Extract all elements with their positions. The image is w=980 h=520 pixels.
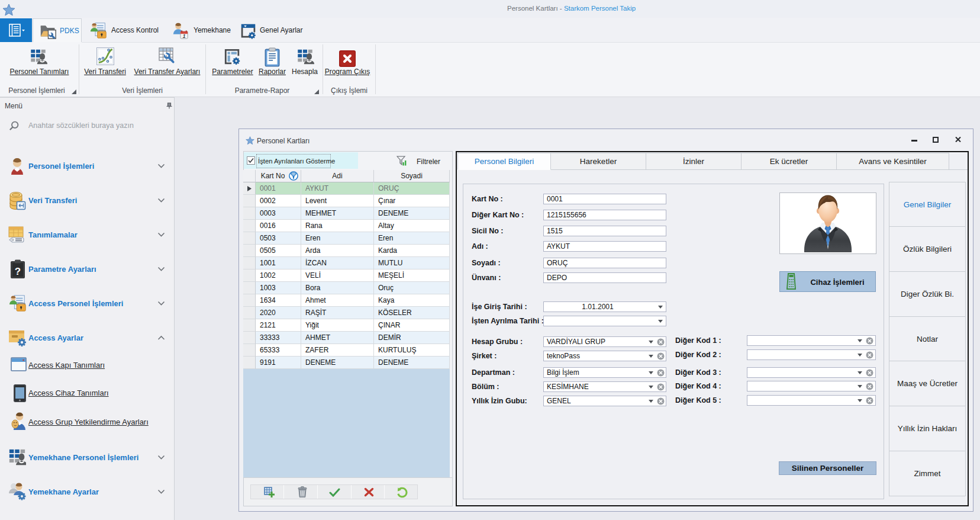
svg-text:?: ? [15, 266, 21, 277]
svg-text:1: 1 [183, 33, 186, 39]
